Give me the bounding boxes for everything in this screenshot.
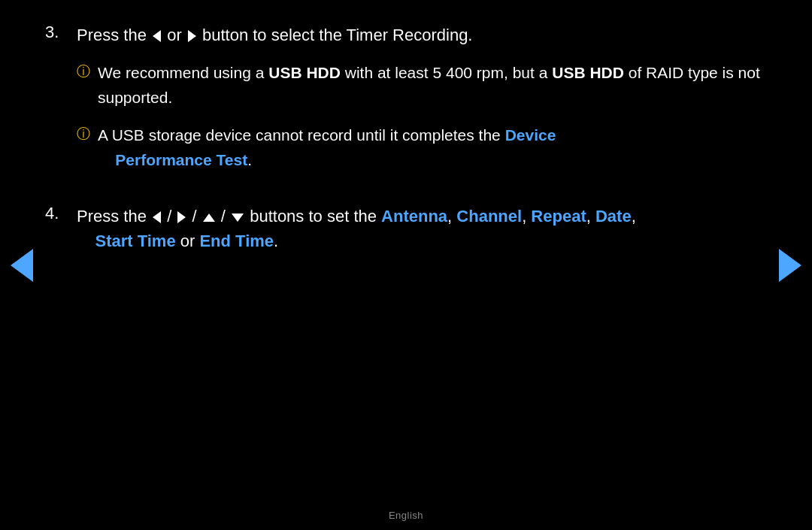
main-content: 3. Press the or button to select the Tim…	[45, 0, 767, 500]
nav-left-button[interactable]	[11, 249, 33, 282]
start-time-link[interactable]: Start Time	[95, 232, 175, 250]
step-4-text: Press the / / / buttons to set the Anten…	[77, 204, 636, 253]
footer-language: English	[389, 510, 423, 521]
step-3-text: Press the or button to select the Timer …	[77, 23, 472, 47]
step-4-block: 4. Press the / / / buttons to set the An…	[45, 204, 767, 267]
date-link[interactable]: Date	[595, 207, 632, 226]
note-2-block: ⓘ A USB storage device cannot record unt…	[77, 123, 767, 172]
note-2-icon: ⓘ	[77, 125, 98, 143]
note-1-block: ⓘ We recommend using a USB HDD with at l…	[77, 61, 767, 110]
usb-hdd-bold-2: USB HDD	[552, 64, 624, 81]
step4-left-icon	[153, 211, 161, 223]
nav-right-button[interactable]	[779, 249, 801, 282]
note-1-text: We recommend using a USB HDD with at lea…	[98, 61, 767, 110]
left-triangle-icon	[153, 30, 161, 42]
step4-down-icon	[232, 214, 244, 222]
device-performance-test-link[interactable]: Device Performance Test	[98, 126, 556, 168]
channel-link[interactable]: Channel	[456, 207, 522, 226]
step-3-number: 3.	[45, 23, 77, 42]
step4-right-icon	[177, 211, 186, 223]
usb-hdd-bold-1: USB HDD	[268, 64, 341, 81]
step4-up-icon	[203, 214, 215, 222]
step-3-line: 3. Press the or button to select the Tim…	[45, 23, 767, 47]
antenna-link[interactable]: Antenna	[381, 207, 447, 226]
right-triangle-icon	[188, 30, 196, 42]
step-4-number: 4.	[45, 204, 77, 223]
step-4-line: 4. Press the / / / buttons to set the An…	[45, 204, 767, 253]
note-2-text: A USB storage device cannot record until…	[98, 123, 556, 172]
note-1-icon: ⓘ	[77, 62, 98, 80]
end-time-link[interactable]: End Time	[199, 232, 274, 250]
step-3-block: 3. Press the or button to select the Tim…	[45, 23, 767, 186]
repeat-link[interactable]: Repeat	[531, 207, 586, 226]
